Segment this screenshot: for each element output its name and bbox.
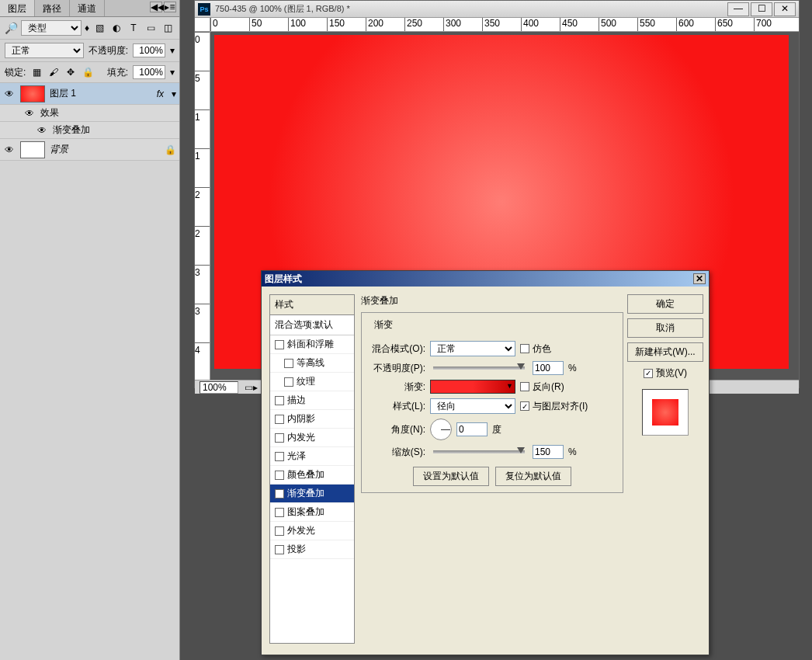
dialog-titlebar[interactable]: 图层样式 ✕ xyxy=(262,271,709,287)
fieldset-title: 渐变 xyxy=(371,318,396,332)
close-button[interactable]: ✕ xyxy=(774,2,796,16)
scale-input[interactable] xyxy=(533,445,564,459)
style-inner-shadow[interactable]: 内阴影 xyxy=(270,410,354,429)
effects-row[interactable]: 👁 效果 xyxy=(0,105,179,122)
section-title: 渐变叠加 xyxy=(361,294,623,307)
kind-select[interactable]: 类型 xyxy=(21,20,82,36)
maximize-button[interactable]: ☐ xyxy=(751,2,772,16)
checkbox[interactable] xyxy=(275,415,284,424)
angle-dial[interactable] xyxy=(430,419,452,440)
fx-badge[interactable]: fx xyxy=(157,89,164,99)
preview-checkbox[interactable]: ✓预览(V) xyxy=(644,366,687,380)
opacity-input[interactable] xyxy=(133,43,165,57)
status-icon[interactable]: ▭▸ xyxy=(245,382,258,393)
layer-row-background[interactable]: 👁 背景 🔒 xyxy=(0,139,179,161)
blend-mode-label: 混合模式(O): xyxy=(368,342,425,356)
style-select[interactable]: 径向 xyxy=(430,398,515,414)
opacity-input[interactable] xyxy=(533,361,564,375)
reset-default-button[interactable]: 复位为默认值 xyxy=(495,467,571,486)
style-outer-glow[interactable]: 外发光 xyxy=(270,522,354,540)
lock-transparent-icon[interactable]: ▦ xyxy=(30,66,43,78)
gradient-overlay-row[interactable]: 👁 渐变叠加 xyxy=(0,122,179,139)
style-drop-shadow[interactable]: 投影 xyxy=(270,540,354,559)
minimize-button[interactable]: — xyxy=(727,2,749,16)
tab-layers[interactable]: 图层 xyxy=(0,0,35,16)
menu-icon[interactable]: ▸≡ xyxy=(164,2,176,12)
style-stroke[interactable]: 描边 xyxy=(270,391,354,410)
visibility-icon[interactable]: 👁 xyxy=(3,89,16,99)
filter-text-icon[interactable]: T xyxy=(127,21,141,35)
visibility-icon[interactable]: 👁 xyxy=(36,125,48,136)
fill-input[interactable] xyxy=(133,65,165,79)
settings-column: 渐变叠加 渐变 混合模式(O): 正常 仿色 不透明度(P): % 渐变: xyxy=(361,294,623,644)
checkbox[interactable] xyxy=(275,452,284,461)
scale-slider[interactable] xyxy=(433,450,525,453)
new-style-button[interactable]: 新建样式(W)... xyxy=(627,342,703,362)
lock-position-icon[interactable]: ✥ xyxy=(64,66,77,78)
layer-name[interactable]: 背景 xyxy=(50,143,160,156)
opacity-slider[interactable] xyxy=(433,366,525,370)
style-pattern-overlay[interactable]: 图案叠加 xyxy=(270,503,354,522)
checkbox[interactable] xyxy=(275,471,284,480)
checkbox[interactable] xyxy=(275,526,284,536)
checkbox[interactable] xyxy=(275,508,284,517)
reverse-checkbox[interactable]: 反向(R) xyxy=(520,380,564,394)
dither-checkbox[interactable]: 仿色 xyxy=(520,342,551,356)
style-color-overlay[interactable]: 颜色叠加 xyxy=(270,466,354,485)
opacity-label: 不透明度(P): xyxy=(368,362,425,375)
style-bevel[interactable]: 斜面和浮雕 xyxy=(270,335,354,354)
cancel-button[interactable]: 取消 xyxy=(627,318,703,338)
layer-thumb[interactable] xyxy=(20,85,45,102)
blending-options[interactable]: 混合选项:默认 xyxy=(270,315,354,335)
checkbox[interactable] xyxy=(275,340,284,349)
checkbox[interactable] xyxy=(275,396,284,405)
gradient-picker[interactable] xyxy=(430,380,515,394)
visibility-icon[interactable]: 👁 xyxy=(3,144,16,155)
filter-smart-icon[interactable]: ◫ xyxy=(161,21,175,35)
blend-mode-select[interactable]: 正常 xyxy=(5,43,84,58)
fill-label: 填充: xyxy=(107,66,128,79)
layer-row-layer1[interactable]: 👁 图层 1 fx ▾ xyxy=(0,83,179,105)
set-default-button[interactable]: 设置为默认值 xyxy=(413,467,489,486)
align-checkbox[interactable]: ✓与图层对齐(I) xyxy=(520,400,588,413)
lock-all-icon[interactable]: 🔒 xyxy=(82,66,94,78)
blend-mode-select[interactable]: 正常 xyxy=(430,341,515,356)
checkbox[interactable] xyxy=(284,359,293,368)
collapse-fx-icon[interactable]: ▾ xyxy=(172,89,176,99)
panel-tabs: 图层 路径 通道 ◀◀ ▸≡ xyxy=(0,0,179,17)
layer-style-dialog: 图层样式 ✕ 样式 混合选项:默认 斜面和浮雕 等高线 纹理 描边 内阴影 内发… xyxy=(261,270,710,655)
gradient-overlay-label: 渐变叠加 xyxy=(53,123,90,137)
style-texture[interactable]: 纹理 xyxy=(270,373,354,391)
visibility-icon[interactable]: 👁 xyxy=(23,108,36,119)
layer-name[interactable]: 图层 1 xyxy=(50,87,152,100)
tab-channels[interactable]: 通道 xyxy=(70,0,105,16)
layer-thumb[interactable] xyxy=(20,141,45,158)
style-inner-glow[interactable]: 内发光 xyxy=(270,429,354,447)
percent-label: % xyxy=(568,363,577,373)
filter-shape-icon[interactable]: ▭ xyxy=(144,21,158,35)
filter-image-icon[interactable]: ▧ xyxy=(92,21,106,35)
close-icon[interactable]: ✕ xyxy=(693,273,706,284)
ruler-vertical[interactable]: 0511223344 xyxy=(195,32,210,380)
zoom-input[interactable]: 100% xyxy=(200,381,238,394)
lock-paint-icon[interactable]: 🖌 xyxy=(47,66,60,78)
filter-adjust-icon[interactable]: ◐ xyxy=(109,21,123,35)
angle-input[interactable] xyxy=(456,422,488,436)
tab-paths[interactable]: 路径 xyxy=(35,0,70,16)
search-icon[interactable]: 🔎 xyxy=(5,22,18,34)
lock-icon: 🔒 xyxy=(165,144,176,155)
layers-panel: 图层 路径 通道 ◀◀ ▸≡ 🔎 类型 ♦ ▧ ◐ T ▭ ◫ 正常 不透明度:… xyxy=(0,0,180,660)
checkbox[interactable] xyxy=(275,433,284,443)
chevron-down-icon[interactable]: ▾ xyxy=(170,67,175,78)
style-gradient-overlay[interactable]: ✓渐变叠加 xyxy=(270,485,354,503)
checkbox[interactable]: ✓ xyxy=(275,489,284,498)
checkbox[interactable] xyxy=(284,377,293,387)
style-contour[interactable]: 等高线 xyxy=(270,354,354,373)
ruler-horizontal[interactable]: 0501001502002503003504004505005506006507… xyxy=(210,18,799,32)
collapse-icon[interactable]: ◀◀ xyxy=(150,2,162,12)
checkbox[interactable] xyxy=(275,545,284,554)
chevron-down-icon[interactable]: ▾ xyxy=(170,45,175,56)
style-satin[interactable]: 光泽 xyxy=(270,447,354,466)
styles-header[interactable]: 样式 xyxy=(270,295,354,315)
ok-button[interactable]: 确定 xyxy=(627,294,703,314)
